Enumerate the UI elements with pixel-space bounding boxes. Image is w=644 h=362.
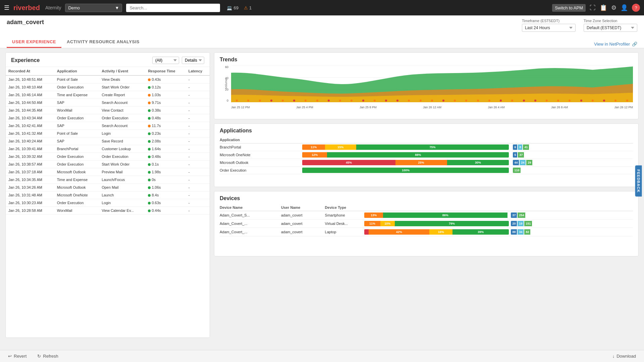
table-row[interactable]: Jan 26, 10:44:35 AM WorxMail View Contac… bbox=[6, 107, 210, 114]
app-row[interactable]: Microsoft OneNote 12%88% 537 bbox=[220, 151, 633, 159]
table-row[interactable]: Jan 26, 10:30:23 AM Order Execution Logi… bbox=[6, 199, 210, 207]
trend-dot bbox=[592, 100, 594, 102]
copy-icon[interactable]: 📋 bbox=[600, 4, 607, 11]
chart-dots bbox=[231, 100, 633, 102]
page-title: adam_covert bbox=[7, 19, 44, 27]
timezone-group: Time Zone Selection Default (EST5EDT) bbox=[584, 19, 637, 32]
table-row[interactable]: Jan 26, 10:43:34 AM Order Execution Orde… bbox=[6, 114, 210, 122]
device-row[interactable]: Adam_Covert_... adam_covert Laptop 42%16… bbox=[220, 228, 633, 236]
chart-x-labels: Jan 25 12 PM Jan 25 4 PM Jan 25 8 PM Jan… bbox=[231, 106, 633, 109]
table-row[interactable]: Jan 26, 10:34:26 AM Microsoft Outlook Op… bbox=[6, 184, 210, 191]
help-icon[interactable]: ? bbox=[632, 4, 640, 12]
trend-dot bbox=[477, 100, 479, 102]
app-row[interactable]: Order Execution 100% 110 bbox=[220, 167, 633, 174]
trend-dot bbox=[546, 100, 548, 102]
feedback-tab[interactable]: FEEDBACK bbox=[635, 165, 642, 196]
switch-to-apm-button[interactable]: Switch to APM bbox=[552, 4, 586, 12]
trend-dot bbox=[454, 100, 456, 102]
col-device-name: Device Name bbox=[220, 204, 281, 211]
trend-dot bbox=[614, 100, 616, 102]
app-row[interactable]: BranchPortal 11%15%75% 6841 bbox=[220, 143, 633, 151]
table-row[interactable]: Jan 26, 10:39:32 AM Order Execution Orde… bbox=[6, 153, 210, 161]
trend-dot bbox=[420, 100, 422, 102]
view-netprofiler-link[interactable]: View in NetProfiler 🔗 bbox=[594, 39, 637, 48]
table-row[interactable]: Jan 26, 10:42:41 AM SAP Search Account 1… bbox=[6, 122, 210, 130]
trend-dot bbox=[328, 100, 330, 102]
table-row[interactable]: Jan 26, 10:31:48 AM Microsoft OneNote La… bbox=[6, 191, 210, 199]
trends-title: Trends bbox=[220, 57, 633, 63]
table-row[interactable]: Jan 26, 10:41:32 AM Point of Sale Login … bbox=[6, 130, 210, 137]
refresh-button[interactable]: ↻ Refresh bbox=[35, 352, 61, 360]
trend-dot bbox=[374, 100, 376, 102]
warn-icon: ⚠ bbox=[244, 5, 248, 10]
tab-activity-resource[interactable]: ACTIVITY RESOURCE ANALYSIS bbox=[61, 37, 145, 48]
table-header-row: Recorded At Application Activity / Event… bbox=[6, 67, 210, 75]
main-content: Experience (All) Details Recorded At App… bbox=[0, 48, 644, 342]
trend-dot bbox=[408, 100, 410, 102]
col-device-type: Device Type bbox=[325, 204, 365, 211]
warn-status[interactable]: ⚠ 1 bbox=[244, 5, 252, 10]
table-row[interactable]: Jan 26, 10:39:41 AM BranchPortal Custome… bbox=[6, 145, 210, 153]
trend-dot bbox=[523, 100, 525, 102]
table-row[interactable]: Jan 26, 10:46:14 AM Time and Expense Cre… bbox=[6, 91, 210, 99]
trend-dot bbox=[396, 100, 398, 102]
applications-panel: Applications Application BranchPortal 11… bbox=[214, 123, 639, 187]
app-row[interactable]: Microsoft Outlook 45%25%30% 442429 bbox=[220, 159, 633, 167]
table-row[interactable]: Jan 26, 10:44:50 AM SAP Search Account 9… bbox=[6, 99, 210, 107]
apps-title: Applications bbox=[220, 128, 633, 134]
trend-dot bbox=[339, 100, 341, 102]
trend-dot bbox=[534, 100, 536, 102]
trend-dot bbox=[259, 100, 261, 102]
tab-user-experience[interactable]: USER EXPERIENCE bbox=[7, 37, 61, 48]
devices-rows: Adam_Covert_S... adam_covert Smartphone … bbox=[220, 211, 633, 236]
devices-table: Device Name User Name Device Type Adam_C… bbox=[220, 204, 633, 236]
bottom-bar: ↩ Revert ↻ Refresh ↓ Download bbox=[0, 350, 644, 362]
timeframe-group: Timeframe (EST5EDT) Last 24 Hours bbox=[522, 19, 576, 32]
chart-svg-area bbox=[231, 65, 633, 102]
col-app-nums bbox=[509, 136, 633, 143]
col-app-name: Application bbox=[220, 136, 302, 143]
trend-dot bbox=[442, 100, 444, 102]
table-row[interactable]: Jan 26, 10:37:18 AM Microsoft Outlook Pr… bbox=[6, 168, 210, 176]
trend-dot bbox=[465, 100, 467, 102]
revert-button[interactable]: ↩ Revert bbox=[5, 352, 29, 360]
expand-icon[interactable]: ⛶ bbox=[590, 4, 596, 11]
gear-icon[interactable]: ⚙ bbox=[611, 4, 616, 11]
experience-panel: Experience (All) Details Recorded At App… bbox=[5, 52, 210, 338]
table-row[interactable]: Jan 26, 10:28:58 AM WorxMail View Calend… bbox=[6, 207, 210, 215]
table-row[interactable]: Jan 26, 10:34:35 AM Time and Expense Lau… bbox=[6, 176, 210, 184]
table-row[interactable]: Jan 26, 10:48:51 AM Point of Sale View D… bbox=[6, 75, 210, 83]
demo-dropdown[interactable]: Demo ▼ bbox=[65, 4, 122, 12]
timezone-select[interactable]: Default (EST5EDT) bbox=[584, 24, 637, 32]
details-dropdown[interactable]: Details bbox=[182, 57, 204, 64]
col-response-time: Response Time bbox=[145, 67, 185, 75]
col-user-name: User Name bbox=[281, 204, 325, 211]
experience-rows: Jan 26, 10:48:51 AM Point of Sale View D… bbox=[6, 75, 210, 215]
monitor-status[interactable]: 💻 69 bbox=[227, 5, 238, 10]
table-row[interactable]: Jan 26, 10:48:10 AM Order Execution Star… bbox=[6, 83, 210, 91]
col-application: Application bbox=[54, 67, 99, 75]
external-link-icon: 🔗 bbox=[632, 42, 637, 47]
panel-title: Experience bbox=[11, 57, 40, 63]
download-icon: ↓ bbox=[612, 354, 615, 359]
trend-dot bbox=[580, 100, 582, 102]
device-row[interactable]: Adam_Covert_... adam_covert Virtual Desk… bbox=[220, 220, 633, 228]
devices-header-row: Device Name User Name Device Type bbox=[220, 204, 633, 211]
table-row[interactable]: Jan 26, 10:38:57 AM Order Execution Star… bbox=[6, 161, 210, 168]
user-icon[interactable]: 👤 bbox=[621, 4, 628, 11]
search-input[interactable] bbox=[126, 4, 220, 12]
filter-dropdown[interactable]: (All) bbox=[152, 57, 179, 64]
download-button[interactable]: ↓ Download bbox=[610, 352, 639, 360]
trends-panel: Trends 60 40 20 0 Volume bbox=[214, 52, 639, 119]
trend-dot bbox=[351, 100, 353, 102]
refresh-icon: ↻ bbox=[37, 354, 41, 359]
revert-icon: ↩ bbox=[8, 354, 12, 359]
device-row[interactable]: Adam_Covert_S... adam_covert Smartphone … bbox=[220, 211, 633, 220]
menu-icon[interactable]: ☰ bbox=[4, 4, 9, 11]
timeframe-select[interactable]: Last 24 Hours bbox=[522, 24, 576, 32]
trend-dot bbox=[626, 100, 628, 102]
chart-area: 60 40 20 0 Volume bbox=[220, 65, 633, 109]
apps-rows: BranchPortal 11%15%75% 6841 Microsoft On… bbox=[220, 143, 633, 174]
table-row[interactable]: Jan 26, 10:40:24 AM SAP Save Record 2.08… bbox=[6, 137, 210, 145]
trend-dot bbox=[305, 100, 307, 102]
